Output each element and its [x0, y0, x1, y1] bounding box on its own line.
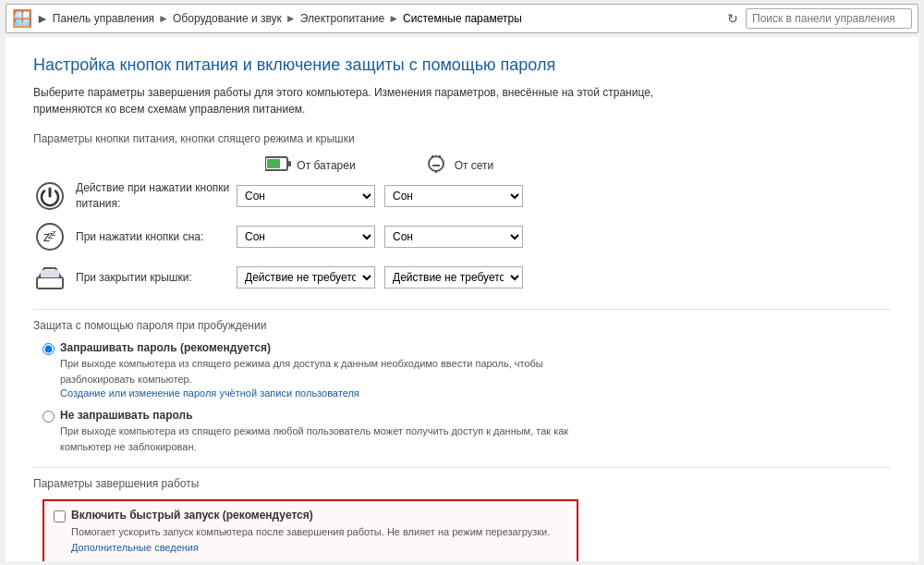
- lid-row: При закрытии крышки: Действие не требует…: [33, 261, 891, 294]
- power-button-grid-select[interactable]: Сон Ничего не предпринимать Завершение р…: [384, 185, 523, 207]
- address-bar: 🪟 ► Панель управления ► Оборудование и з…: [6, 4, 918, 33]
- lid-icon: [33, 261, 67, 294]
- shutdown-section: Параметры завершения работы Включить быс…: [33, 467, 891, 561]
- sleep-button-row: z z z При нажатии кнопки сна: Сон Ничего…: [33, 220, 891, 253]
- power-button-icon: [33, 179, 67, 213]
- fast-startup-link[interactable]: Дополнительные сведения: [71, 542, 199, 553]
- require-password-label: Запрашивать пароль (рекомендуется): [60, 341, 578, 354]
- page-title: Настройка кнопок питания и включение защ…: [33, 55, 891, 75]
- svg-rect-2: [288, 161, 291, 166]
- main-content: Настройка кнопок питания и включение защ…: [6, 37, 918, 561]
- breadcrumb-hardware[interactable]: Оборудование и звук: [173, 12, 282, 25]
- search-input[interactable]: [746, 8, 912, 29]
- breadcrumb-power[interactable]: Электропитание: [300, 12, 384, 25]
- power-plug-icon: [423, 154, 449, 176]
- address-controls: ↻: [723, 9, 742, 28]
- sleep-button-battery-select[interactable]: Сон Ничего не предпринимать: [237, 226, 375, 248]
- require-password-radio[interactable]: [43, 343, 55, 355]
- lid-label: При закрытии крышки:: [76, 270, 237, 286]
- breadcrumb-control-panel[interactable]: Панель управления: [53, 12, 154, 25]
- shutdown-section-title: Параметры завершения работы: [33, 467, 891, 490]
- power-button-selects: Сон Ничего не предпринимать Завершение р…: [237, 185, 523, 207]
- sleep-button-icon: z z z: [33, 220, 67, 253]
- lid-selects: Действие не требуется Сон Гибернация Зав…: [237, 266, 523, 289]
- sleep-button-selects: Сон Ничего не предпринимать Сон Ничего н…: [237, 226, 523, 248]
- svg-rect-1: [267, 159, 280, 168]
- svg-rect-13: [37, 277, 63, 289]
- nav-back-icon[interactable]: ►: [36, 11, 49, 26]
- refresh-button[interactable]: ↻: [723, 9, 742, 28]
- power-buttons-section-label: Параметры кнопки питания, кнопки спящего…: [33, 132, 891, 145]
- windows-logo-icon: 🪟: [12, 8, 32, 29]
- sleep-button-label: При нажатии кнопки сна:: [76, 229, 237, 245]
- grid-column-header: От сети: [384, 154, 532, 176]
- require-password-desc: При выходе компьютера из спящего режима …: [60, 356, 578, 387]
- svg-text:z: z: [52, 228, 56, 238]
- battery-column-header: От батареи: [237, 154, 384, 176]
- breadcrumb: Панель управления ► Оборудование и звук …: [53, 12, 720, 25]
- power-button-label: Действие при нажатии кнопки питания:: [76, 180, 237, 212]
- no-password-option: Не запрашивать пароль При выходе компьют…: [43, 409, 891, 454]
- no-password-radio[interactable]: [43, 411, 55, 423]
- breadcrumb-current[interactable]: Системные параметры: [403, 12, 522, 25]
- svg-rect-14: [41, 270, 59, 277]
- require-password-option: Запрашивать пароль (рекомендуется) При в…: [43, 341, 891, 399]
- fast-startup-box: Включить быстрый запуск (рекомендуется) …: [43, 499, 578, 561]
- fast-startup-desc: Помогает ускорить запуск компьютера посл…: [71, 524, 567, 555]
- fast-startup-title: Включить быстрый запуск (рекомендуется): [71, 509, 567, 522]
- lid-battery-select[interactable]: Действие не требуется Сон Гибернация Зав…: [237, 266, 375, 289]
- change-password-link[interactable]: Создание или изменение пароля учётной за…: [60, 387, 359, 399]
- power-button-battery-select[interactable]: Сон Ничего не предпринимать Завершение р…: [237, 185, 375, 207]
- no-password-desc: При выходе компьютера из спящего режима …: [60, 424, 578, 454]
- fast-startup-checkbox[interactable]: [54, 510, 66, 522]
- page-description: Выберите параметры завершения работы для…: [33, 84, 662, 117]
- password-section-title: Защита с помощью пароля при пробуждении: [33, 309, 891, 332]
- svg-point-3: [429, 156, 444, 171]
- no-password-label: Не запрашивать пароль: [60, 409, 578, 422]
- sleep-button-grid-select[interactable]: Сон Ничего не предпринимать: [384, 226, 523, 248]
- power-table-header: От батареи От сети: [237, 154, 891, 176]
- battery-icon: [265, 155, 291, 175]
- lid-grid-select[interactable]: Действие не требуется Сон Гибернация Зав…: [384, 266, 523, 289]
- power-button-row: Действие при нажатии кнопки питания: Сон…: [33, 179, 891, 213]
